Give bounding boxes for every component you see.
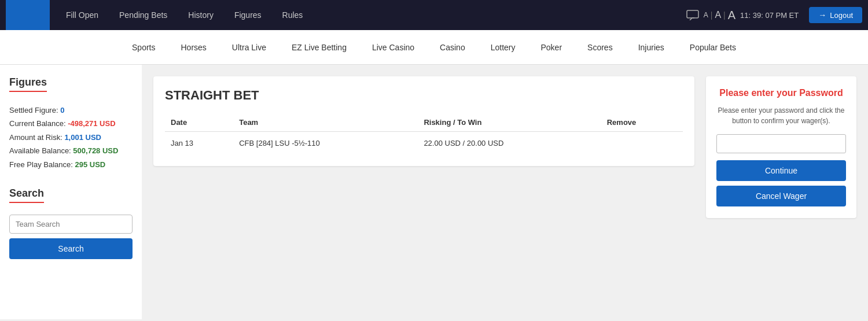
col-team: Team — [233, 113, 418, 132]
password-input[interactable] — [716, 134, 846, 153]
svg-rect-0 — [687, 10, 698, 18]
search-input[interactable] — [9, 215, 133, 234]
sidebar: Figures Settled Figure: 0 Current Balanc… — [0, 65, 142, 319]
risk-value: 1,001 USD — [64, 133, 101, 142]
cancel-wager-button[interactable]: Cancel Wager — [716, 186, 846, 206]
table-row: Jan 13 CFB [284] LSU -5½-110 22.00 USD /… — [165, 132, 683, 155]
logout-icon: → — [818, 10, 826, 20]
password-title: Please enter your Password — [716, 88, 846, 98]
settled-value: 0 — [60, 106, 64, 115]
fill-open-link[interactable]: Fill Open — [56, 10, 109, 20]
search-section: Search Search — [9, 187, 133, 259]
logo — [6, 0, 50, 30]
rules-link[interactable]: Rules — [272, 10, 314, 20]
freeplay-row: Free Play Balance: 295 USD — [9, 158, 133, 171]
secondary-nav: Sports Horses Ultra Live EZ Live Betting… — [0, 30, 868, 65]
settled-label: Settled Figure: — [9, 106, 58, 115]
time-display: 11: 39: 07 PM ET — [740, 11, 799, 20]
figures-link[interactable]: Figures — [224, 10, 272, 20]
current-balance-row: Current Balance: -498,271 USD — [9, 117, 133, 130]
horses-link[interactable]: Horses — [168, 43, 219, 52]
main-content: STRAIGHT BET Date Team Risking / To Win … — [142, 65, 706, 319]
freeplay-value: 295 USD — [75, 160, 105, 169]
font-mid-button[interactable]: A — [715, 10, 721, 20]
pending-bets-link[interactable]: Pending Bets — [109, 10, 178, 20]
row-remove — [601, 132, 683, 155]
poker-link[interactable]: Poker — [528, 43, 575, 52]
risk-label: Amount at Risk: — [9, 133, 62, 142]
figures-title: Figures — [9, 76, 47, 92]
available-value: 500,728 USD — [73, 146, 118, 155]
logout-button[interactable]: → Logout — [809, 7, 862, 23]
live-casino-link[interactable]: Live Casino — [359, 43, 427, 52]
search-title: Search — [9, 187, 44, 203]
ez-live-link[interactable]: EZ Live Betting — [279, 43, 359, 52]
continue-button[interactable]: Continue — [716, 160, 846, 181]
col-remove: Remove — [601, 113, 683, 132]
current-value: -498,271 USD — [68, 119, 115, 128]
row-date: Jan 13 — [165, 132, 233, 155]
font-size-controls: A | A | A — [704, 9, 735, 22]
available-row: Available Balance: 500,728 USD — [9, 144, 133, 157]
col-date: Date — [165, 113, 233, 132]
font-small-button[interactable]: A — [704, 11, 708, 19]
password-description: Please enter your password and click the… — [716, 105, 846, 126]
scores-link[interactable]: Scores — [575, 43, 626, 52]
nav-right: A | A | A 11: 39: 07 PM ET → Logout — [686, 7, 862, 23]
row-team: CFB [284] LSU -5½-110 — [233, 132, 418, 155]
search-button[interactable]: Search — [9, 238, 133, 259]
lottery-link[interactable]: Lottery — [478, 43, 528, 52]
figures-info: Settled Figure: 0 Current Balance: -498,… — [9, 104, 133, 171]
bet-card-title: STRAIGHT BET — [165, 88, 683, 103]
injuries-link[interactable]: Injuries — [626, 43, 677, 52]
freeplay-label: Free Play Balance: — [9, 160, 73, 169]
chat-icon[interactable] — [686, 10, 699, 20]
font-large-button[interactable]: A — [728, 9, 735, 22]
ultra-live-link[interactable]: Ultra Live — [219, 43, 279, 52]
casino-link[interactable]: Casino — [427, 43, 478, 52]
history-link[interactable]: History — [178, 10, 224, 20]
password-panel: Please enter your Password Please enter … — [706, 76, 856, 218]
current-label: Current Balance: — [9, 119, 66, 128]
main-layout: Figures Settled Figure: 0 Current Balanc… — [0, 65, 868, 319]
row-risking: 22.00 USD / 20.00 USD — [418, 132, 601, 155]
popular-bets-link[interactable]: Popular Bets — [677, 43, 749, 52]
top-nav-links: Fill Open Pending Bets History Figures R… — [56, 10, 313, 20]
available-label: Available Balance: — [9, 146, 71, 155]
settled-figure-row: Settled Figure: 0 — [9, 104, 133, 117]
bet-table: Date Team Risking / To Win Remove Jan 13… — [165, 113, 683, 154]
risk-row: Amount at Risk: 1,001 USD — [9, 131, 133, 144]
top-nav: Fill Open Pending Bets History Figures R… — [0, 0, 868, 30]
sports-link[interactable]: Sports — [119, 43, 168, 52]
logout-label: Logout — [830, 11, 853, 20]
col-risking: Risking / To Win — [418, 113, 601, 132]
bet-card: STRAIGHT BET Date Team Risking / To Win … — [153, 76, 694, 166]
